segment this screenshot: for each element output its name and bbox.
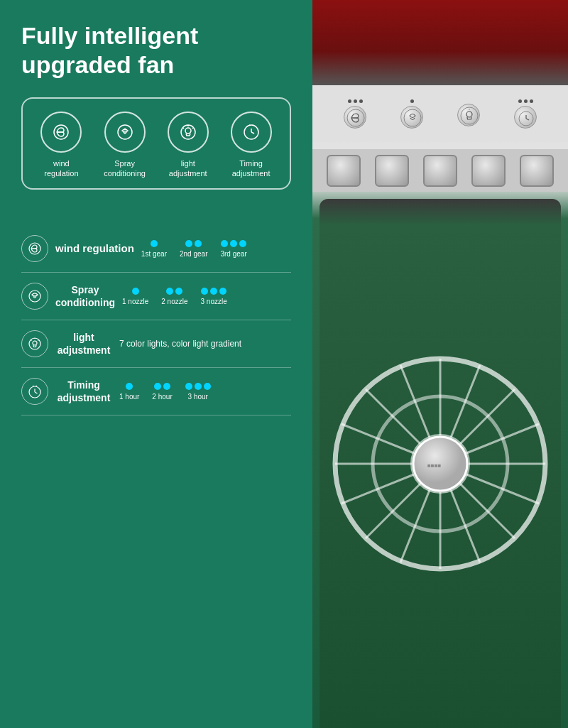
knob-group-3 [457, 101, 480, 126]
svg-line-11 [249, 124, 250, 126]
dot [221, 240, 228, 247]
spec-spray: Spray conditioning 1 nozzle 2 nozzle 3 [21, 273, 291, 320]
title-line2: upgraded fan [21, 51, 174, 78]
left-panel: Fully intelligent upgraded fan windregul… [0, 0, 312, 728]
main-title: Fully intelligent upgraded fan [21, 21, 291, 80]
fan-container: ■■■■ [312, 0, 568, 728]
spec-wind-icon [21, 235, 48, 262]
ctrl-dot [410, 99, 414, 103]
push-button-5[interactable] [520, 155, 554, 187]
timing-spec-label2: adjustment [55, 391, 112, 404]
light-spec-text: 7 color lights, color light gradient [119, 339, 291, 349]
specs-section: wind regulation 1st gear 2nd gear 3rd ge… [21, 225, 291, 415]
wind-label: windregulation [44, 158, 78, 179]
light-spec-label2: adjustment [55, 344, 112, 357]
ctrl-dot [354, 99, 357, 103]
knob-group-4 [514, 99, 537, 129]
spray-dots-details: 1 nozzle 2 nozzle 3 nozzle [122, 288, 291, 305]
timing-label: Timingadjustment [232, 158, 271, 179]
knob-timer[interactable] [514, 106, 537, 129]
knob-fan[interactable] [344, 106, 366, 129]
push-button-3[interactable] [423, 155, 457, 187]
light-spec-label: light [55, 331, 112, 344]
svg-line-51 [342, 424, 414, 453]
svg-line-22 [35, 392, 38, 393]
svg-line-49 [342, 474, 414, 504]
ctrl-dot [348, 99, 351, 103]
timing-spec-label: Timing [55, 379, 112, 391]
dot [166, 288, 173, 295]
dot [132, 288, 139, 295]
push-button-2[interactable] [375, 155, 409, 187]
spray-nozzle2: 2 nozzle [161, 288, 187, 305]
dot [195, 383, 202, 390]
spray-nozzle1: 1 nozzle [122, 288, 148, 305]
svg-line-48 [466, 474, 539, 504]
svg-line-42 [460, 389, 515, 444]
hour2-label: 2 hour [152, 393, 172, 401]
timing-hour3: 3 hour [185, 383, 211, 401]
spec-timing-icon [21, 378, 48, 405]
svg-point-28 [466, 112, 472, 117]
fan-body: ■■■■ [320, 199, 561, 728]
knob-light[interactable] [457, 104, 480, 126]
spec-spray-icon [21, 283, 48, 310]
top-bar [312, 0, 568, 85]
svg-line-45 [400, 490, 430, 563]
spray-icon [104, 112, 146, 153]
push-button-1[interactable] [327, 155, 361, 187]
fan-grid: ■■■■ [334, 268, 547, 659]
spec-timing: Timing adjustment 1 hour 2 hour 3 hour [21, 368, 291, 415]
ctrl-dot [518, 99, 522, 103]
dot [185, 240, 192, 247]
wind-icon [40, 112, 82, 153]
svg-line-6 [192, 127, 194, 129]
svg-text:■■■■: ■■■■ [427, 462, 441, 469]
ctrl-dot [530, 99, 533, 103]
dot [163, 383, 170, 390]
spray-spec-label2: conditioning [55, 296, 115, 309]
light-label: lightadjustment [169, 158, 207, 179]
svg-line-50 [466, 424, 539, 453]
dot [210, 288, 217, 295]
dot [151, 240, 158, 247]
timing-dots-row: 1 hour 2 hour 3 hour [119, 383, 291, 401]
hour1-label: 1 hour [119, 393, 139, 401]
knob-spray[interactable] [400, 106, 423, 129]
svg-point-16 [33, 341, 37, 345]
svg-line-23 [33, 386, 34, 386]
dot [175, 288, 182, 295]
dot [219, 288, 226, 295]
spray-spec-label: Spray [57, 283, 114, 296]
spec-wind: wind regulation 1st gear 2nd gear 3rd ge… [21, 225, 291, 273]
light-icon [168, 112, 209, 153]
feature-spray: Sprayconditioning [104, 112, 146, 179]
spray-label: Sprayconditioning [104, 158, 146, 179]
svg-line-40 [460, 484, 515, 538]
light-text-details: 7 color lights, color light gradient [119, 339, 291, 349]
svg-line-32 [526, 119, 529, 120]
gear2-label: 2nd gear [180, 250, 207, 258]
push-button-4[interactable] [471, 155, 506, 187]
knob-group-2 [400, 99, 423, 129]
svg-line-43 [366, 389, 420, 444]
nozzle1-label: 1 nozzle [122, 298, 148, 305]
svg-line-18 [38, 340, 39, 341]
svg-line-12 [253, 124, 253, 126]
feature-light: lightadjustment [168, 112, 209, 179]
gear1-label: 1st gear [141, 250, 167, 258]
spray-nozzle3: 3 nozzle [200, 288, 226, 305]
timing-hour2: 2 hour [152, 383, 172, 401]
timing-hour1: 1 hour [119, 383, 139, 401]
wind-gear1: 1st gear [141, 240, 167, 258]
svg-line-24 [36, 386, 37, 386]
feature-wind: windregulation [40, 112, 82, 179]
control-dots-2 [410, 99, 414, 103]
right-panel: ■■■■ [312, 0, 568, 728]
nozzle2-label: 2 nozzle [161, 298, 187, 305]
svg-line-10 [251, 132, 254, 134]
spec-light: light adjustment 7 color lights, color l… [21, 320, 291, 368]
svg-line-44 [451, 490, 480, 563]
ctrl-dot [524, 99, 528, 103]
feature-box: windregulation Sprayconditioning [21, 97, 291, 190]
